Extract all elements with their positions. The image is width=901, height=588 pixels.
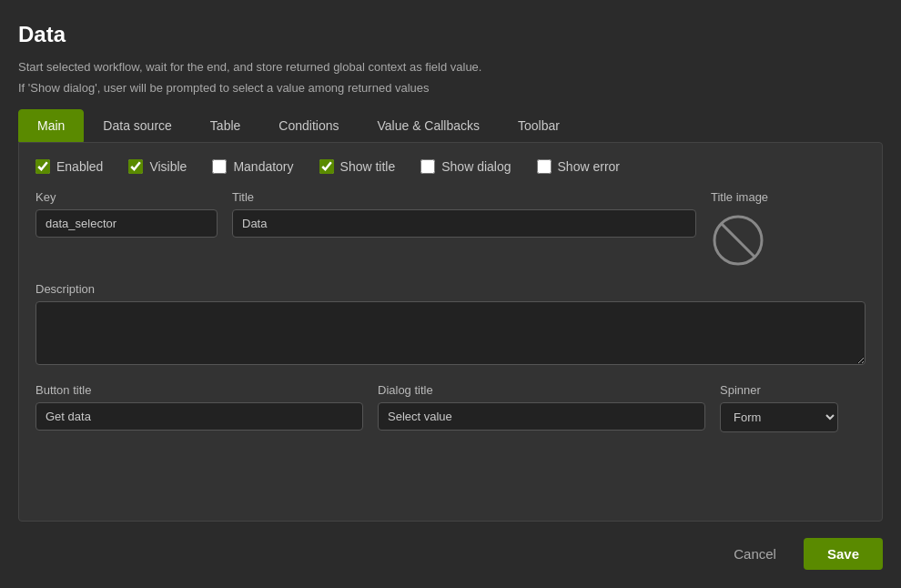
page-title: Data (18, 22, 883, 47)
key-field-group: Key (35, 190, 218, 238)
tab-value-callbacks[interactable]: Value & Callbacks (358, 109, 499, 142)
main-panel: Enabled Visible Mandatory Show title Sho… (18, 142, 883, 522)
description-textarea[interactable] (35, 301, 866, 365)
description-line1: Start selected workflow, wait for the en… (18, 60, 883, 74)
enabled-label: Enabled (56, 159, 103, 174)
button-title-field-group: Button title (35, 383, 363, 431)
enabled-checkbox-input[interactable] (35, 159, 50, 174)
spinner-select[interactable]: Form Spinner None (720, 402, 838, 432)
footer: Cancel Save (18, 538, 883, 570)
show-title-checkbox-input[interactable] (319, 159, 334, 174)
no-image-icon (711, 213, 765, 268)
show-error-checkbox-input[interactable] (537, 159, 552, 174)
title-label: Title (232, 190, 696, 204)
title-input[interactable] (232, 209, 696, 238)
tab-main[interactable]: Main (18, 109, 84, 142)
show-title-label: Show title (340, 159, 396, 174)
show-error-checkbox[interactable]: Show error (537, 159, 620, 174)
key-input[interactable] (35, 209, 218, 238)
checkboxes-row: Enabled Visible Mandatory Show title Sho… (35, 159, 866, 174)
svg-line-1 (722, 224, 754, 257)
key-label: Key (35, 190, 218, 204)
title-image-label: Title image (711, 190, 768, 204)
dialog-title-input[interactable] (378, 402, 705, 431)
dialog-title-field-group: Dialog title (378, 383, 705, 431)
show-dialog-label: Show dialog (441, 159, 511, 174)
show-dialog-checkbox[interactable]: Show dialog (420, 159, 511, 174)
tab-table[interactable]: Table (191, 109, 259, 142)
mandatory-checkbox[interactable]: Mandatory (212, 159, 293, 174)
visible-label: Visible (149, 159, 187, 174)
tab-conditions[interactable]: Conditions (259, 109, 358, 142)
description-label: Description (35, 282, 866, 296)
spinner-label: Spinner (720, 383, 838, 397)
key-title-row: Key Title Title image (35, 190, 866, 268)
visible-checkbox[interactable]: Visible (128, 159, 187, 174)
show-error-label: Show error (558, 159, 620, 174)
show-title-checkbox[interactable]: Show title (319, 159, 396, 174)
dialog-title-label: Dialog title (378, 383, 705, 397)
description-line2: If 'Show dialog', user will be prompted … (18, 81, 883, 95)
mandatory-label: Mandatory (233, 159, 293, 174)
bottom-fields-row: Button title Dialog title Spinner Form S… (35, 383, 866, 432)
title-image-group: Title image (711, 190, 768, 268)
tab-bar: Main Data source Table Conditions Value … (18, 109, 883, 142)
enabled-checkbox[interactable]: Enabled (35, 159, 103, 174)
save-button[interactable]: Save (804, 538, 883, 570)
visible-checkbox-input[interactable] (128, 159, 143, 174)
show-dialog-checkbox-input[interactable] (420, 159, 435, 174)
title-field-group: Title (232, 190, 696, 238)
description-field-group: Description (35, 282, 866, 369)
button-title-input[interactable] (35, 402, 363, 431)
tab-toolbar[interactable]: Toolbar (499, 109, 579, 142)
tab-data-source[interactable]: Data source (84, 109, 190, 142)
spinner-field-group: Spinner Form Spinner None (720, 383, 838, 432)
mandatory-checkbox-input[interactable] (212, 159, 227, 174)
cancel-button[interactable]: Cancel (717, 538, 793, 570)
button-title-label: Button title (35, 383, 363, 397)
